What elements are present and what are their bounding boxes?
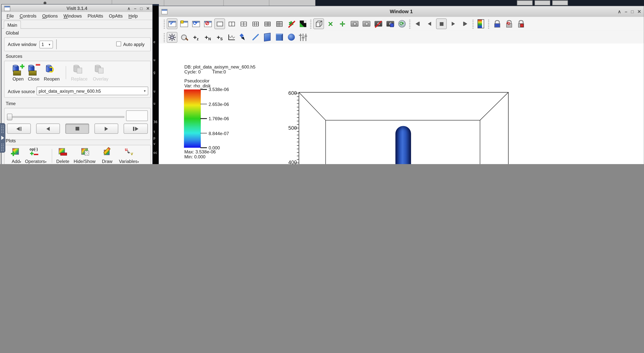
delete-window-button[interactable]: ⊘ xyxy=(202,18,213,29)
zoom-mode-button[interactable] xyxy=(179,32,190,42)
sphere-tool-button[interactable] xyxy=(286,32,296,42)
spin-mode-button[interactable]: ✱ xyxy=(286,18,296,29)
layout-2x2-icon xyxy=(240,21,246,26)
recenter-view-button[interactable]: ✛ xyxy=(337,18,348,29)
anim-play-button[interactable] xyxy=(448,18,458,29)
menu-opatts[interactable]: OpAtts xyxy=(109,13,122,18)
auto-apply-checkbox[interactable] xyxy=(116,41,121,46)
anim-stop-button[interactable] xyxy=(436,18,447,29)
time-play-reverse-button[interactable] xyxy=(36,123,60,134)
reset-view-button[interactable]: ✕ xyxy=(325,18,336,29)
menu-file[interactable]: File xyxy=(6,13,14,18)
menu-plotatts[interactable]: PlotAtts xyxy=(88,13,103,18)
zone-pick-mode-button[interactable]: +S xyxy=(214,32,225,42)
delete-plot-button[interactable]: Delete xyxy=(55,147,71,164)
toolbar-drag-handle[interactable] xyxy=(408,19,411,29)
legend-disk-colorbar xyxy=(184,89,201,148)
lineout-mode-button[interactable] xyxy=(226,32,237,42)
maximize-icon[interactable]: □ xyxy=(631,9,634,14)
toolbar-drag-handle[interactable] xyxy=(163,19,166,29)
lock-time-button[interactable]: ⟲ xyxy=(503,18,514,29)
shade-icon[interactable]: ∧ xyxy=(127,6,130,10)
save-view-button[interactable] xyxy=(385,18,396,29)
perspective-toggle[interactable] xyxy=(313,18,324,29)
minimize-icon[interactable]: – xyxy=(625,9,627,14)
layout-2x2-button[interactable] xyxy=(238,18,249,29)
lock-tools-button[interactable] xyxy=(515,18,526,29)
toolbar-drag-handle[interactable] xyxy=(163,32,166,42)
pick-mode-button[interactable] xyxy=(238,32,249,42)
add-plot-button[interactable]: ✚ Add▾ xyxy=(9,147,24,164)
render-viewport[interactable]: DB: plot_data_axisym_new_600.h5 Cycle: 0… xyxy=(159,43,644,164)
sphere-tool-icon xyxy=(288,33,295,41)
compass-star-icon xyxy=(168,33,176,41)
fullframe-mode-button[interactable] xyxy=(298,18,308,29)
window1-titlebar[interactable]: Window 1 ∧ – □ ✕ xyxy=(159,6,644,17)
menu-windows[interactable]: Windows xyxy=(64,13,82,18)
toolbar-drag-handle[interactable] xyxy=(488,19,490,29)
variables-icon-v: v xyxy=(130,151,133,156)
toolbar-drag-handle[interactable] xyxy=(472,19,474,29)
slider-handle[interactable] xyxy=(7,114,12,120)
active-window-select[interactable]: 1 ▼ xyxy=(39,40,53,48)
sidebar-pull-handle[interactable] xyxy=(0,123,5,153)
open-button[interactable]: ✚ Open xyxy=(11,65,26,82)
step-back-icon xyxy=(16,126,20,131)
layout-3x3-button[interactable] xyxy=(262,18,273,29)
show-active-window-toggle[interactable]: ✓ xyxy=(167,18,177,29)
anim-step-back-button[interactable] xyxy=(412,18,423,29)
background-window-button xyxy=(552,0,568,5)
plane-tool-button[interactable] xyxy=(262,32,273,42)
close-button[interactable]: Close xyxy=(26,65,41,82)
navigate-mode-button[interactable] xyxy=(167,32,177,42)
tab-main[interactable]: Main xyxy=(4,20,21,29)
time-annotation: Time:0 xyxy=(212,69,226,74)
time-play-button[interactable] xyxy=(94,123,118,134)
terminal-window-sliver: euguu36tpvoc xyxy=(152,4,159,164)
visit-titlebar[interactable]: VisIt 3.1.4 ∧ – □ ✕ xyxy=(2,4,152,12)
reopen-button[interactable]: Reopen xyxy=(43,65,61,82)
layout-1x1-button[interactable] xyxy=(214,18,225,29)
anim-step-forward-button[interactable] xyxy=(460,18,471,29)
variables-button[interactable]: u ↳ v Variables▾ xyxy=(118,147,140,164)
time-stop-button[interactable] xyxy=(65,123,89,134)
lineout-chart-icon xyxy=(228,33,236,41)
undo-view-button[interactable] xyxy=(349,18,360,29)
colortable-button[interactable] xyxy=(476,18,486,29)
hide-show-button[interactable]: Hide/Show xyxy=(72,147,97,164)
operators-button[interactable]: op(·) ✚▬ Operators▾ xyxy=(25,147,47,164)
time-slider[interactable] xyxy=(7,114,124,120)
active-source-select[interactable]: plot_data_axisym_new_600.h5 ▼ xyxy=(36,87,148,95)
box-tool-button[interactable] xyxy=(274,32,284,42)
terminal-text-fragments: euguu36tpvoc xyxy=(153,4,159,164)
clone-window-button[interactable]: ⟳ xyxy=(190,18,201,29)
node-pick-mode-button[interactable]: +N xyxy=(202,32,213,42)
new-window-button[interactable] xyxy=(179,18,190,29)
axis-restriction-tool-button[interactable] xyxy=(298,32,308,42)
shade-icon[interactable]: ∧ xyxy=(618,9,621,14)
layout-1x2-button[interactable] xyxy=(226,18,237,29)
time-field[interactable] xyxy=(126,110,148,121)
zoom-z-mode-button[interactable]: +z xyxy=(190,32,201,42)
menu-controls[interactable]: Controls xyxy=(20,13,36,18)
choose-center-button[interactable]: ⟳ xyxy=(396,18,407,29)
line-tool-button[interactable] xyxy=(250,32,261,42)
menu-options[interactable]: Options xyxy=(42,13,58,18)
draw-button[interactable]: Draw xyxy=(99,147,115,164)
layout-4x4-button[interactable] xyxy=(274,18,284,29)
time-step-forward-button[interactable] xyxy=(124,123,148,134)
anim-play-reverse-button[interactable] xyxy=(424,18,435,29)
toolbar-drag-handle[interactable] xyxy=(310,19,312,29)
fullframe-icon xyxy=(300,20,306,27)
maximize-icon[interactable]: □ xyxy=(140,6,142,10)
menu-help[interactable]: Help xyxy=(128,13,138,18)
time-step-back-button[interactable] xyxy=(7,123,31,134)
section-global-label: Global xyxy=(6,30,19,35)
minimize-icon[interactable]: – xyxy=(134,6,136,10)
close-icon[interactable]: ✕ xyxy=(146,6,150,10)
lock-view-button[interactable] xyxy=(491,18,502,29)
close-icon[interactable]: ✕ xyxy=(637,9,641,14)
redo-view-button[interactable] xyxy=(361,18,372,29)
layout-2x3-button[interactable] xyxy=(250,18,261,29)
clear-saved-views-button[interactable] xyxy=(373,18,384,29)
